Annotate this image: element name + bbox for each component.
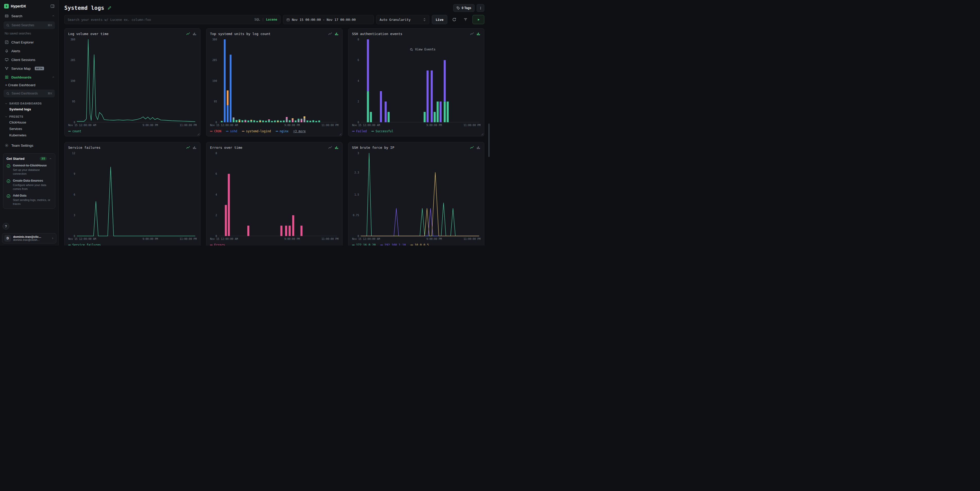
svg-text:6: 6 — [358, 59, 359, 62]
tags-button[interactable]: 0 Tags — [453, 4, 474, 12]
step-desc: Configure where your data comes from — [13, 183, 52, 191]
page-title: Systemd logs — [64, 5, 104, 11]
legend-item[interactable]: CRON — [210, 129, 221, 133]
legend-item[interactable]: nginx — [275, 129, 289, 133]
dashboard-item-systemd-logs[interactable]: Systemd logs — [0, 106, 59, 113]
language-toggle-sql[interactable]: SQL — [255, 18, 260, 21]
user-menu[interactable]: D dominic.tran@clic... dominic.tran@clic… — [2, 233, 56, 243]
svg-text:0.75: 0.75 — [353, 214, 359, 217]
run-query-button[interactable] — [473, 15, 484, 24]
bar-chart-toggle-icon[interactable] — [476, 32, 480, 36]
kbd-shortcut: ⌘K — [48, 24, 52, 27]
language-toggle-lucene[interactable]: Lucene — [266, 18, 277, 21]
svg-text:0: 0 — [73, 121, 75, 124]
chart-legend: CRONsshdsystemd-logindnginx+3 more — [210, 128, 339, 135]
sidebar-item-client-sessions[interactable]: Client Sessions — [0, 55, 59, 64]
view-events-button[interactable]: View Events — [410, 48, 436, 51]
resize-handle[interactable] — [481, 133, 483, 135]
live-button[interactable]: Live — [432, 15, 447, 24]
legend-item[interactable]: Errors — [210, 243, 225, 246]
preset-item-services[interactable]: Services — [0, 126, 59, 132]
get-started-step[interactable]: Connect to ClickHouse Set up your databa… — [6, 164, 52, 176]
chart-area[interactable]: 00.751.52.33Nov 15 12:00:00 AM9:00:00 PM… — [352, 151, 481, 242]
legend-item[interactable]: +3 more — [293, 129, 305, 133]
svg-text:11:00:00 PM: 11:00:00 PM — [321, 124, 339, 127]
line-chart-toggle-icon[interactable] — [470, 145, 474, 149]
help-button[interactable]: ? — [3, 223, 9, 230]
legend-item[interactable]: count — [68, 129, 81, 133]
gear-icon — [5, 143, 9, 148]
resize-handle[interactable] — [339, 133, 342, 135]
chart-area[interactable]: 02468Nov 15 12:00:00 AM9:00:00 PM11:00:0… — [210, 151, 339, 242]
legend-item[interactable]: 192.168.1.10 — [380, 243, 406, 246]
granularity-select[interactable]: Auto Granularity — [376, 15, 429, 24]
preset-item-kubernetes[interactable]: Kubernetes — [0, 132, 59, 138]
bar-chart-toggle-icon[interactable] — [334, 32, 339, 36]
check-circle-icon — [6, 164, 11, 168]
sidebar-item-chart-explorer[interactable]: Chart Explorer — [0, 38, 59, 46]
legend-item[interactable]: sshd — [226, 129, 237, 133]
legend-item[interactable]: Service failures — [68, 243, 101, 246]
saved-dashboards-input[interactable]: Saved Dashboards ⌘K — [3, 89, 55, 97]
search-list-icon — [5, 14, 9, 18]
create-dashboard-label: + Create Dashboard — [5, 83, 35, 87]
svg-text:0: 0 — [215, 235, 217, 238]
sidebar-item-search[interactable]: Search — [0, 11, 59, 20]
legend-item[interactable]: systemd-logind — [242, 129, 271, 133]
legend-item[interactable]: Successful — [371, 129, 393, 133]
panel-title: Log volume over time — [68, 32, 184, 36]
legend-item[interactable]: 172.16.0.20 — [352, 243, 376, 246]
chart-area[interactable]: 095190285380Nov 15 12:00:00 AM9:00:00 PM… — [210, 37, 339, 128]
create-dashboard-button[interactable]: + Create Dashboard — [0, 81, 59, 89]
svg-text:8: 8 — [215, 152, 217, 155]
time-range-picker[interactable]: Nov 15 00:00:00 - Nov 17 00:00:00 — [283, 15, 374, 24]
filter-button[interactable] — [461, 15, 470, 24]
svg-text:2.3: 2.3 — [355, 171, 359, 174]
chart-area[interactable]: 02468Nov 15 12:00:00 AM9:00:00 PM11:00:0… — [352, 37, 481, 128]
resize-handle[interactable] — [197, 133, 199, 135]
legend-item[interactable]: 10.0.0.5 — [410, 243, 429, 246]
refresh-button[interactable] — [450, 15, 458, 24]
line-chart-toggle-icon[interactable] — [186, 32, 190, 36]
get-started-step[interactable]: Add Data Start sending logs, metrics, or… — [6, 194, 52, 206]
get-started-header[interactable]: Get Started 3/3 — [6, 157, 52, 160]
sidebar-item-label: Service Map — [11, 67, 30, 70]
step-desc: Start sending logs, metrics, or traces — [13, 198, 52, 206]
get-started-step[interactable]: Create Data Sources Configure where your… — [6, 179, 52, 191]
sidebar-item-team-settings[interactable]: Team Settings — [0, 141, 59, 150]
dashboard-menu-button[interactable] — [477, 4, 484, 12]
bell-icon — [5, 49, 9, 53]
line-chart-toggle-icon[interactable] — [186, 145, 190, 149]
chart-area[interactable]: 095190285380Nov 15 12:00:00 AM9:00:00 PM… — [68, 37, 197, 128]
svg-text:11:00:00 PM: 11:00:00 PM — [180, 238, 197, 240]
bar-chart-toggle-icon[interactable] — [192, 145, 197, 149]
scrollbar-thumb[interactable] — [488, 124, 490, 157]
sidebar-item-dashboards[interactable]: Dashboards — [0, 73, 59, 81]
line-chart: 00.751.52.33Nov 15 12:00:00 AM9:00:00 PM… — [352, 151, 481, 242]
chart-area[interactable]: 036912Nov 15 12:00:00 AM9:00:00 PM11:00:… — [68, 151, 197, 242]
step-title: Add Data — [13, 194, 52, 197]
bar-chart-toggle-icon[interactable] — [476, 145, 480, 149]
preset-item-clickhouse[interactable]: ClickHouse — [0, 119, 59, 126]
section-saved-dashboards[interactable]: SAVED DASHBOARDS — [0, 99, 59, 106]
saved-searches-input[interactable]: Saved Searches ⌘K — [3, 21, 55, 29]
line-chart-toggle-icon[interactable] — [470, 32, 474, 36]
sidebar-item-service-map[interactable]: Service Map BETA — [0, 64, 59, 73]
edit-title-icon[interactable] — [107, 6, 111, 10]
main-content: Systemd logs 0 Tags Search your events w… — [59, 0, 490, 246]
line-chart-toggle-icon[interactable] — [328, 145, 332, 149]
sidebar-item-alerts[interactable]: Alerts — [0, 46, 59, 55]
legend-item[interactable]: Failed — [352, 129, 367, 133]
line-chart-toggle-icon[interactable] — [328, 32, 332, 36]
collapse-sidebar-icon[interactable] — [50, 4, 55, 8]
section-presets[interactable]: PRESETS — [0, 113, 59, 119]
bar-chart-toggle-icon[interactable] — [334, 145, 339, 149]
chart-explorer-icon — [5, 40, 9, 44]
svg-text:0: 0 — [358, 121, 359, 124]
event-search-input[interactable]: Search your events w/ Lucene ex. column:… — [64, 15, 280, 24]
section-label: PRESETS — [9, 115, 24, 118]
panel-title: Service failures — [68, 146, 184, 149]
bar-chart-toggle-icon[interactable] — [192, 32, 197, 36]
svg-text:6: 6 — [73, 193, 75, 196]
svg-text:9:00:00 PM: 9:00:00 PM — [143, 124, 158, 127]
